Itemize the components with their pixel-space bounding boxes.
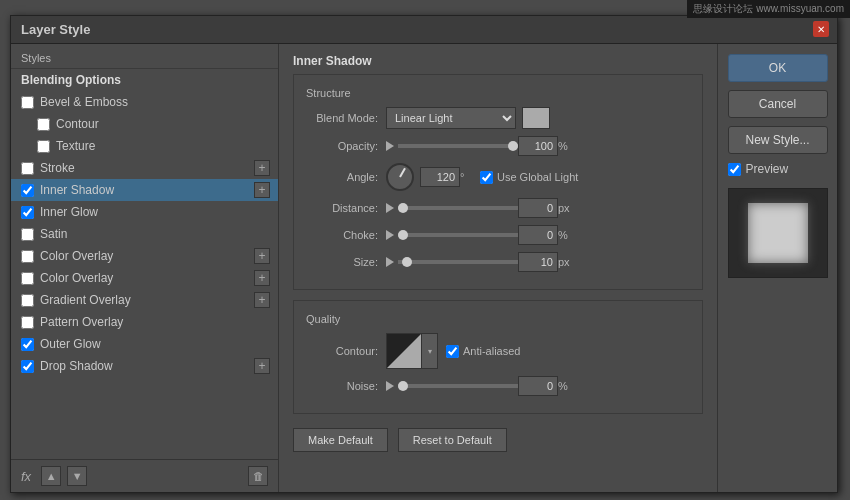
size-unit: px [558,256,578,268]
sidebar-item-pattern-overlay[interactable]: Pattern Overlay [11,311,278,333]
watermark: 思缘设计论坛 www.missyuan.com [687,0,850,18]
distance-slider-arrow [386,203,394,213]
preview-label[interactable]: Preview [728,162,828,176]
new-style-button[interactable]: New Style... [728,126,828,154]
sidebar-item-blending-options[interactable]: Blending Options [11,69,278,91]
opacity-slider[interactable] [398,144,518,148]
sidebar-item-contour[interactable]: Contour [11,113,278,135]
opacity-slider-arrow [386,141,394,151]
stroke-checkbox[interactable] [21,162,34,175]
middle-panel: Inner Shadow Structure Blend Mode: Linea… [279,44,717,492]
outer-glow-checkbox[interactable] [21,338,34,351]
noise-value-input[interactable] [518,376,558,396]
styles-header: Styles [11,44,278,69]
down-button[interactable]: ▼ [67,466,87,486]
opacity-unit: % [558,140,578,152]
size-value-input[interactable] [518,252,558,272]
sidebar-item-texture[interactable]: Texture [11,135,278,157]
left-footer: fx ▲ ▼ 🗑 [11,459,278,492]
size-slider-arrow [386,257,394,267]
use-global-light-label[interactable]: Use Global Light [480,171,578,184]
ok-button[interactable]: OK [728,54,828,82]
stroke-add-button[interactable]: + [254,160,270,176]
contour-checkbox[interactable] [37,118,50,131]
angle-label: Angle: [306,171,386,183]
size-slider-container [386,257,518,267]
anti-aliased-checkbox[interactable] [446,345,459,358]
sidebar-item-inner-glow[interactable]: Inner Glow [11,201,278,223]
distance-slider-container [386,203,518,213]
blend-mode-row: Blend Mode: Linear Light Normal Multiply… [306,107,690,129]
satin-checkbox[interactable] [21,228,34,241]
choke-slider[interactable] [398,233,518,237]
distance-value-input[interactable] [518,198,558,218]
gradient-overlay-add-button[interactable]: + [254,292,270,308]
opacity-slider-container [386,141,518,151]
inner-glow-checkbox[interactable] [21,206,34,219]
up-button[interactable]: ▲ [41,466,61,486]
blending-options-label: Blending Options [21,73,121,87]
sidebar-item-bevel-emboss[interactable]: Bevel & Emboss [11,91,278,113]
sidebar-item-color-overlay-2[interactable]: Color Overlay + [11,267,278,289]
drop-shadow-checkbox[interactable] [21,360,34,373]
sidebar-item-stroke[interactable]: Stroke + [11,157,278,179]
noise-unit: % [558,380,578,392]
close-button[interactable]: ✕ [813,21,829,37]
drop-shadow-add-button[interactable]: + [254,358,270,374]
gradient-overlay-checkbox[interactable] [21,294,34,307]
noise-slider[interactable] [398,384,518,388]
inner-shadow-label: Inner Shadow [40,183,114,197]
make-default-button[interactable]: Make Default [293,428,388,452]
left-panel: Styles Blending Options Bevel & Emboss C… [11,44,279,492]
angle-dial[interactable] [386,163,414,191]
distance-slider[interactable] [398,206,518,210]
angle-value-input[interactable] [420,167,460,187]
sidebar-item-gradient-overlay[interactable]: Gradient Overlay + [11,289,278,311]
drop-shadow-label: Drop Shadow [40,359,113,373]
choke-unit: % [558,229,578,241]
dialog-body: Styles Blending Options Bevel & Emboss C… [11,44,837,492]
anti-aliased-label[interactable]: Anti-aliased [446,345,520,358]
blend-mode-color-swatch[interactable] [522,107,550,129]
opacity-value-input[interactable] [518,136,558,156]
pattern-overlay-checkbox[interactable] [21,316,34,329]
contour-dropdown-button[interactable]: ▾ [422,333,438,369]
preview-checkbox[interactable] [728,163,741,176]
gradient-overlay-label: Gradient Overlay [40,293,131,307]
bevel-emboss-checkbox[interactable] [21,96,34,109]
reset-to-default-button[interactable]: Reset to Default [398,428,507,452]
delete-button[interactable]: 🗑 [248,466,268,486]
cancel-button[interactable]: Cancel [728,90,828,118]
structure-label: Structure [306,87,690,99]
noise-row: Noise: % [306,376,690,396]
use-global-light-checkbox[interactable] [480,171,493,184]
texture-checkbox[interactable] [37,140,50,153]
color-overlay-2-add-button[interactable]: + [254,270,270,286]
contour-field-label: Contour: [306,345,386,357]
preview-square [748,203,808,263]
color-overlay-1-label: Color Overlay [40,249,113,263]
opacity-row: Opacity: % [306,136,690,156]
color-overlay-1-checkbox[interactable] [21,250,34,263]
action-buttons: Make Default Reset to Default [293,428,703,452]
blend-mode-select[interactable]: Linear Light Normal Multiply Screen Over… [386,107,516,129]
contour-preview[interactable] [386,333,422,369]
layer-style-dialog: Layer Style ✕ Styles Blending Options Be… [10,15,838,493]
color-overlay-1-add-button[interactable]: + [254,248,270,264]
choke-value-input[interactable] [518,225,558,245]
angle-row: Angle: ° Use Global Light [306,163,690,191]
title-bar: Layer Style ✕ [11,16,837,44]
choke-slider-arrow [386,230,394,240]
sidebar-item-drop-shadow[interactable]: Drop Shadow + [11,355,278,377]
choke-label: Choke: [306,229,386,241]
color-overlay-2-checkbox[interactable] [21,272,34,285]
sidebar-item-color-overlay-1[interactable]: Color Overlay + [11,245,278,267]
sidebar-item-satin[interactable]: Satin [11,223,278,245]
sidebar-item-outer-glow[interactable]: Outer Glow [11,333,278,355]
inner-shadow-add-button[interactable]: + [254,182,270,198]
preview-text: Preview [746,162,789,176]
sidebar-item-inner-shadow[interactable]: Inner Shadow + [11,179,278,201]
size-slider[interactable] [398,260,518,264]
inner-shadow-checkbox[interactable] [21,184,34,197]
angle-unit: ° [460,171,480,183]
